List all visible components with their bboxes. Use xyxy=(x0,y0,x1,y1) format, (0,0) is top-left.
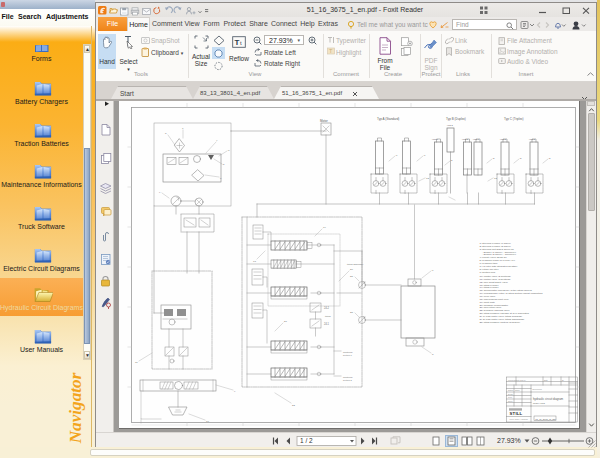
svg-text:Hub 3: Hub 3 xyxy=(529,138,536,140)
svg-text:t: t xyxy=(240,40,242,46)
svg-text:5: 5 xyxy=(223,163,225,166)
svg-text:8: 8 xyxy=(165,132,167,135)
svg-text:1 / 2: 1 / 2 xyxy=(300,437,313,444)
svg-text:additional: additional xyxy=(343,351,353,353)
svg-text:Urheberschutz DIN 34: Urheberschutz DIN 34 xyxy=(508,379,526,381)
svg-text:20: 20 xyxy=(350,268,353,271)
svg-text:7: 7 xyxy=(432,269,434,272)
svg-text:2: 2 xyxy=(549,157,551,160)
svg-text:25: 25 xyxy=(350,275,353,278)
svg-text:8: 8 xyxy=(432,353,434,356)
svg-text:Typ A (Standard): Typ A (Standard) xyxy=(377,117,399,121)
svg-text:section 1: section 1 xyxy=(343,354,353,356)
svg-text:tilting assembly: tilting assembly xyxy=(347,263,364,266)
svg-text:3: 3 xyxy=(228,149,230,152)
svg-text:24.2: 24.2 xyxy=(324,306,330,310)
svg-text:Bearb.: Bearb. xyxy=(508,393,514,395)
svg-text:section 2: section 2 xyxy=(343,379,353,381)
svg-text:21: 21 xyxy=(284,320,287,323)
svg-text:12: 12 xyxy=(426,177,429,180)
svg-text:24.1: 24.1 xyxy=(324,322,330,326)
svg-text:STILL GmbH Hamburg: STILL GmbH Hamburg xyxy=(510,418,528,420)
svg-text:25) lifting pressure limiters: 25) lifting pressure limiters (hydraulic… xyxy=(480,321,521,324)
svg-text:Hub 1: Hub 1 xyxy=(473,138,480,140)
svg-text:tilting: tilting xyxy=(325,315,331,318)
svg-text:STILL: STILL xyxy=(510,411,523,416)
svg-text:1: 1 xyxy=(396,154,398,157)
svg-text:Typ B (Duplex): Typ B (Duplex) xyxy=(446,117,466,121)
svg-text:9: 9 xyxy=(159,191,161,194)
svg-text:11: 11 xyxy=(135,361,138,364)
svg-text:2: 2 xyxy=(493,157,495,160)
svg-text:Hub 2: Hub 2 xyxy=(447,124,454,126)
svg-text:diesel / LPG: diesel / LPG xyxy=(533,402,545,404)
svg-text:7: 7 xyxy=(182,127,184,130)
svg-text:Hub 2: Hub 2 xyxy=(500,138,507,140)
svg-text:19: 19 xyxy=(323,226,326,229)
svg-text:Datum: Datum xyxy=(508,389,514,391)
svg-text:2: 2 xyxy=(520,157,522,160)
svg-text:Hub 3: Hub 3 xyxy=(462,138,469,140)
svg-text:Hub 1: Hub 1 xyxy=(432,138,439,140)
svg-text:Bl.: Bl. xyxy=(562,379,565,381)
svg-text:Released: Released xyxy=(419,426,429,428)
svg-text:9) suction field: 9) suction field xyxy=(480,271,496,274)
svg-text:hydraulic circuit diagram: hydraulic circuit diagram xyxy=(533,397,564,401)
svg-text:25: 25 xyxy=(350,311,353,314)
svg-text:2: 2 xyxy=(451,159,453,162)
svg-text:additional: additional xyxy=(343,376,353,378)
svg-text:Blatt: Blatt xyxy=(544,379,548,381)
svg-text:13: 13 xyxy=(253,260,256,263)
svg-text:9: 9 xyxy=(234,390,236,393)
svg-text:Benennung: Benennung xyxy=(533,388,542,390)
svg-text:Motor: Motor xyxy=(320,119,328,123)
svg-text:Norm: Norm xyxy=(508,400,513,402)
svg-text:1: 1 xyxy=(424,154,426,157)
svg-text:Typ C (Triplex): Typ C (Triplex) xyxy=(504,117,524,121)
svg-text:T: T xyxy=(235,38,240,47)
svg-text:Name: Name xyxy=(515,389,520,391)
svg-text:6: 6 xyxy=(220,177,222,180)
svg-text:Gepr.: Gepr. xyxy=(508,396,513,398)
svg-text:22: 22 xyxy=(292,404,295,407)
svg-text:4: 4 xyxy=(216,139,218,142)
